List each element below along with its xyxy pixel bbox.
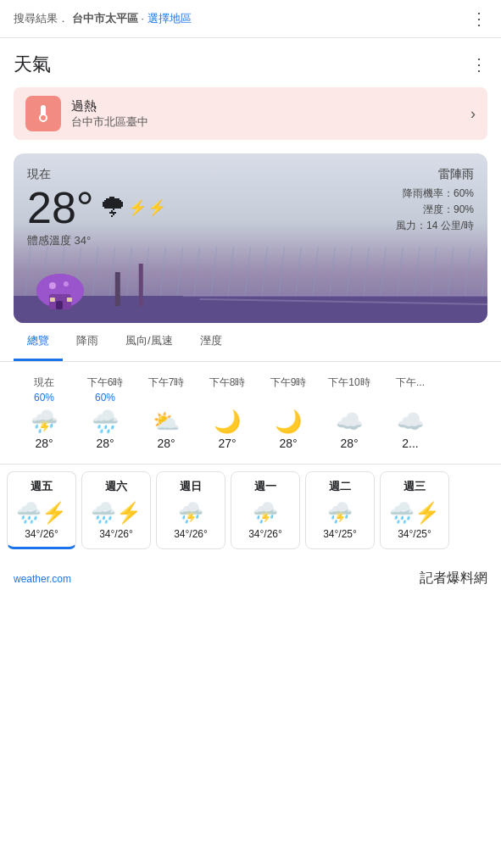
hourly-temp: 28°	[157, 437, 175, 450]
search-bar: 搜尋結果． 台中市太平區 · 選擇地區 ⋮	[0, 0, 501, 38]
svg-point-32	[49, 282, 56, 289]
hourly-icon: 🌧️	[92, 409, 119, 435]
weekly-temps: 34°/26°	[248, 528, 282, 540]
weekly-day: 週日	[180, 479, 202, 494]
tab-降雨[interactable]: 降雨	[63, 323, 112, 361]
weekly-item-週日[interactable]: 週日 ⛈️ 34°/26°	[156, 471, 225, 549]
hourly-scroll: 現在 60% ⛈️ 28° 下午6時 60% 🌧️ 28° 下午7時 ⛅ 28°…	[14, 372, 501, 453]
current-weather-section: 現在 28° 🌩 ⚡ ⚡ 體感溫度 34° 雷陣雨 降雨機率：60% 溼度：90…	[14, 153, 487, 323]
hourly-time: 下午10時	[328, 376, 370, 390]
weekly-item-週五[interactable]: 週五 🌧️⚡ 34°/26°	[7, 471, 76, 549]
alert-text-wrap: 過熱 台中市北區臺中	[71, 98, 464, 130]
thunder-bolts: ⚡ ⚡	[128, 198, 166, 217]
alert-icon-wrap	[25, 96, 61, 131]
humidity: 溼度：90%	[396, 202, 474, 218]
hourly-temp: 2...	[402, 437, 418, 450]
bolt-icon-2: ⚡	[148, 198, 166, 217]
cloud-icon: 🌩	[99, 192, 126, 224]
hourly-temp: 28°	[340, 437, 358, 450]
weekly-day: 週五	[31, 479, 53, 494]
hourly-icon: ⛈️	[31, 409, 58, 435]
svg-rect-37	[67, 298, 72, 302]
weekly-temps: 34°/25°	[398, 528, 431, 540]
hourly-temp: 27°	[218, 437, 236, 450]
current-temp: 28°	[27, 186, 94, 230]
hourly-icon: ⛅	[153, 409, 180, 435]
weather-card-menu-icon[interactable]: ⋮	[470, 54, 487, 75]
hourly-time: 下午...	[396, 376, 425, 390]
wind-speed: 風力：14 公里/時	[396, 218, 474, 234]
hourly-temp: 28°	[279, 437, 297, 450]
svg-rect-39	[139, 264, 143, 306]
weekly-day: 週六	[105, 479, 127, 494]
search-prefix: 搜尋結果．	[14, 12, 69, 25]
search-location: 台中市太平區	[72, 12, 138, 25]
search-separator: ·	[141, 12, 144, 25]
weather-card-header: 天氣 ⋮	[14, 52, 487, 77]
weather-card: 天氣 ⋮ 過熱 台中市北區臺中 › 現在 28° 🌩 ⚡ ⚡ 體	[0, 38, 501, 323]
hourly-item-3[interactable]: 下午8時 🌙 27°	[197, 372, 258, 453]
tabs-section: 總覽降雨風向/風速溼度	[0, 323, 501, 362]
weekly-icon: 🌧️⚡	[16, 501, 67, 525]
hourly-temp: 28°	[35, 437, 53, 450]
search-bar-text: 搜尋結果． 台中市太平區 · 選擇地區	[14, 11, 464, 26]
hourly-time: 現在	[34, 376, 54, 390]
weekly-temps: 34°/26°	[174, 528, 208, 540]
weekly-item-週六[interactable]: 週六 🌧️⚡ 34°/26°	[81, 471, 151, 549]
tab-風向/風速[interactable]: 風向/風速	[112, 323, 186, 361]
tab-溼度[interactable]: 溼度	[186, 323, 236, 361]
alert-title: 過熱	[71, 98, 464, 114]
weekly-day: 週一	[254, 479, 276, 494]
hourly-item-5[interactable]: 下午10時 ☁️ 28°	[319, 372, 380, 453]
hourly-section[interactable]: 現在 60% ⛈️ 28° 下午6時 60% 🌧️ 28° 下午7時 ⛅ 28°…	[0, 362, 501, 465]
weekly-item-週三[interactable]: 週三 🌧️⚡ 34°/25°	[380, 471, 449, 549]
weekly-icon: 🌧️⚡	[91, 501, 142, 525]
alert-banner[interactable]: 過熱 台中市北區臺中 ›	[14, 87, 487, 140]
weekly-item-週二[interactable]: 週二 ⛈️ 34°/25°	[305, 471, 375, 549]
thunder-cloud-icon: 🌩 ⚡ ⚡	[99, 192, 166, 224]
scenery-illustration	[14, 247, 487, 323]
hourly-item-6[interactable]: 下午... ☁️ 2...	[380, 372, 441, 453]
hourly-time: 下午8時	[209, 376, 246, 390]
alert-chevron-icon: ›	[470, 105, 476, 123]
svg-rect-38	[115, 272, 120, 306]
svg-rect-36	[50, 298, 55, 302]
hourly-item-2[interactable]: 下午7時 ⛅ 28°	[136, 372, 197, 453]
weather-condition: 雷陣雨	[396, 167, 474, 182]
weekly-day: 週二	[329, 479, 351, 494]
weekly-icon: ⛈️	[253, 501, 278, 525]
hourly-temp: 28°	[96, 437, 114, 450]
weekly-day: 週三	[404, 479, 426, 494]
hourly-icon: ☁️	[397, 409, 424, 435]
search-bar-menu-icon[interactable]: ⋮	[464, 8, 487, 29]
weekly-item-週一[interactable]: 週一 ⛈️ 34°/26°	[231, 471, 300, 549]
weekly-section: 週五 🌧️⚡ 34°/26° 週六 🌧️⚡ 34°/26° 週日 ⛈️ 34°/…	[0, 465, 501, 559]
svg-rect-35	[56, 301, 63, 309]
weekly-temps: 34°/26°	[99, 528, 133, 540]
hourly-time: 下午9時	[270, 376, 307, 390]
weekly-temps: 34°/26°	[25, 528, 58, 540]
footer-source[interactable]: weather.com	[14, 573, 71, 585]
weather-title: 天氣	[14, 52, 51, 77]
hourly-rain-pct: 60%	[95, 392, 115, 405]
footer-brand: 記者爆料網	[420, 570, 487, 587]
footer: weather.com 記者爆料網	[0, 559, 501, 598]
bolt-icon-1: ⚡	[128, 198, 147, 217]
weekly-icon: ⛈️	[178, 501, 203, 525]
rain-scenery-svg	[14, 247, 487, 323]
weekly-icon: ⛈️	[327, 501, 353, 525]
hourly-rain-pct: 60%	[34, 392, 54, 405]
hourly-item-0[interactable]: 現在 60% ⛈️ 28°	[14, 372, 75, 453]
select-location-link[interactable]: 選擇地區	[148, 12, 192, 25]
hourly-icon: 🌙	[275, 409, 302, 435]
hourly-item-4[interactable]: 下午9時 🌙 28°	[258, 372, 319, 453]
hourly-icon: ☁️	[336, 409, 363, 435]
alert-subtitle: 台中市北區臺中	[71, 114, 464, 130]
hourly-icon: 🌙	[214, 409, 241, 435]
hourly-time: 下午7時	[148, 376, 185, 390]
svg-point-33	[64, 281, 69, 287]
hourly-item-1[interactable]: 下午6時 60% 🌧️ 28°	[75, 372, 136, 453]
thermometer-icon	[33, 103, 53, 124]
weekly-icon: 🌧️⚡	[389, 501, 440, 525]
tab-總覽[interactable]: 總覽	[14, 323, 63, 361]
